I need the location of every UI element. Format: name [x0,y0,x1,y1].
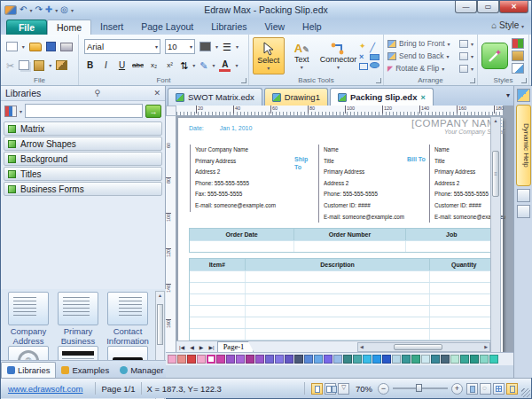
prev-page-button[interactable]: ◀ [187,344,197,350]
palette-swatch[interactable] [294,355,303,364]
tab-insert[interactable]: Insert [91,20,132,35]
doc-tab-packing-slip[interactable]: Packing Slip.edx × [330,88,434,106]
grid-toggle-icon[interactable] [493,383,505,395]
tab-list-dropdown-icon[interactable]: ▾ [506,91,510,99]
palette-swatch[interactable] [285,355,293,364]
scrollbar-thumb[interactable] [394,344,442,350]
zoom-funnel-icon[interactable]: ▽ [338,383,349,395]
print-icon[interactable] [60,43,73,51]
panel-tab-libraries[interactable]: Libraries [1,362,56,378]
canvas-vertical-scrollbar[interactable]: ▲ ≡ ▼ [490,116,501,359]
palette-swatch[interactable] [236,355,245,364]
notes-panel-icon[interactable] [517,89,530,102]
font-size-select[interactable]: 10▾ [165,39,195,54]
minimize-button[interactable]: — [455,1,477,13]
select-tool-button[interactable]: Select▾ [253,37,285,74]
close-button[interactable]: ✕ [499,1,528,13]
palette-swatch[interactable] [197,355,206,364]
palette-swatch[interactable] [431,355,440,364]
page-sorter-view-icon[interactable] [325,383,336,395]
canvas-horizontal-scrollbar[interactable]: ◀ ▶ [357,342,490,352]
underline-button[interactable]: U [116,60,128,70]
library-group-titles[interactable]: Titles [4,167,162,181]
panel-tab-examples[interactable]: Examples [56,362,114,378]
zoom-out-button[interactable]: − [378,383,389,395]
palette-swatch[interactable] [333,355,342,364]
ellipse-tool-icon[interactable] [370,62,379,68]
theme-colors-icon[interactable] [512,38,524,49]
palette-swatch[interactable] [392,355,401,364]
palette-swatch[interactable] [304,355,313,364]
scroll-left-icon[interactable]: ◀ [360,344,364,349]
palette-swatch[interactable] [207,355,215,364]
quick-style-button[interactable] [481,43,508,69]
paste-icon[interactable] [34,60,44,71]
connector-tool-button[interactable]: Connector▾ [319,37,357,74]
palette-swatch[interactable] [353,355,362,364]
palette-swatch[interactable] [480,355,489,364]
document-page[interactable]: Date:Jan 1, 2010 [COMPANY NAME] Your Com… [178,118,503,352]
maximize-button[interactable]: ▭ [477,1,499,13]
first-page-button[interactable]: |◀ [176,344,187,350]
date-field[interactable]: Date:Jan 1, 2010 [189,125,252,131]
next-page-button[interactable]: ▶ [197,344,207,350]
palette-swatch[interactable] [382,355,391,364]
fit-to-window-icon[interactable] [466,383,478,395]
superscript-button[interactable]: x² [164,61,176,69]
font-name-select[interactable]: Arial▾ [84,39,160,54]
library-group-matrix[interactable]: Matrix [4,121,162,136]
palette-swatch[interactable] [411,355,420,364]
library-select-caret-icon[interactable]: ▾ [20,108,22,114]
palette-swatch[interactable] [441,355,450,364]
zoom-slider[interactable] [393,387,448,389]
highlight-pen-icon[interactable]: ✎ [200,59,207,72]
last-page-button[interactable]: ▶| [206,344,216,350]
zoom-slider-thumb[interactable] [416,384,422,392]
palette-swatch[interactable] [255,355,264,364]
group-icon[interactable] [459,65,468,73]
scrollbar-thumb[interactable]: ≡ [492,151,499,197]
palette-swatch[interactable] [363,355,372,364]
align-icon[interactable] [459,40,468,48]
text-tool-button[interactable]: A✎ Text▾ [286,37,317,74]
library-select-icon[interactable] [4,106,17,117]
scroll-up-icon[interactable]: ▲ [491,118,500,123]
tab-view[interactable]: View [256,20,294,35]
strikethrough-button[interactable]: abc [132,61,144,69]
bullet-list-icon[interactable]: ☰ [223,41,231,53]
dynamic-help-tab[interactable]: Dynamic Help [516,105,531,186]
palette-swatch[interactable] [460,355,469,364]
scrollbar-thumb[interactable] [157,304,163,345]
palette-swatch[interactable] [226,355,235,364]
copy-icon[interactable] [19,60,29,70]
palette-swatch[interactable] [372,355,381,364]
distribute-icon[interactable] [459,52,468,60]
save-icon[interactable] [46,42,57,51]
tab-help[interactable]: Help [293,20,331,35]
italic-button[interactable]: I [100,60,112,70]
zoom-in-button[interactable]: + [451,383,463,395]
normal-view-icon[interactable] [311,383,323,395]
items-table[interactable]: Item# Description Quantity [189,258,499,352]
cut-icon[interactable]: ✂ [6,59,14,72]
subscript-button[interactable]: x₂ [148,61,160,69]
library-group-arrow-shapes[interactable]: Arrow Shapes [4,137,162,151]
palette-swatch[interactable] [314,355,323,364]
clipart-panel-icon[interactable] [517,205,530,218]
zoom-area-icon[interactable]: ◌ [480,383,491,395]
library-search-go-button[interactable]: → [145,105,161,118]
doc-tab-swot-matrix[interactable]: SWOT Matrix.edx [168,88,262,106]
crop-tool-icon[interactable] [359,63,368,70]
doc-tab-drawing1[interactable]: Drawing1 [264,88,328,106]
company-address-block[interactable]: Your Company NamePrimary AddressAddress … [190,145,294,212]
tab-file[interactable]: File [6,20,47,35]
company-header[interactable]: [COMPANY NAME] Your Company Slogan [320,118,506,135]
library-group-business-forms[interactable]: Business Forms [4,182,162,196]
edrawsoft-link[interactable]: www.edrawsoft.com [1,384,90,394]
tab-libraries[interactable]: Libraries [202,20,255,35]
palette-swatch[interactable] [187,355,196,364]
palette-swatch[interactable] [246,355,254,364]
line-spacing-icon[interactable]: ⇅ [180,59,188,72]
library-search-input[interactable] [25,104,143,118]
page-panel-icon[interactable] [517,189,530,202]
